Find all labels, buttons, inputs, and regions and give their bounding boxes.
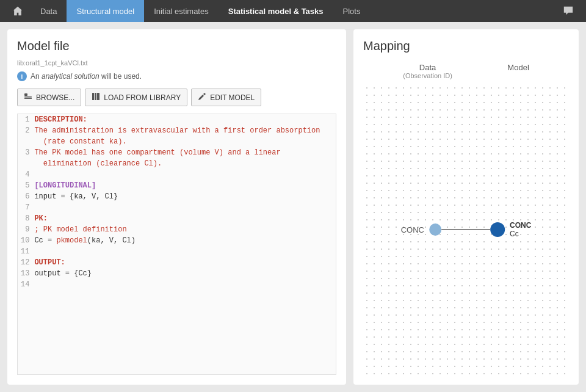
mapping-data-label: CONC — [401, 225, 424, 234]
code-line-1: 1 DESCRIPTION: — [18, 114, 336, 125]
library-icon — [92, 92, 100, 103]
code-editor[interactable]: 1 DESCRIPTION: 2 The administration is e… — [17, 114, 336, 375]
svg-rect-2 — [24, 98, 32, 100]
model-column-header: Model — [507, 63, 529, 79]
svg-rect-5 — [97, 93, 99, 100]
button-row: BROWSE... LOAD FROM LIBRARY EDIT MODEL — [17, 89, 336, 106]
mapping-connector[interactable]: CONC CONC Cc — [401, 221, 532, 238]
code-line-14: 14 — [18, 279, 336, 290]
topnav: Data Structural model Initial estimates … — [0, 0, 586, 22]
mapping-headers: Data (Observation ID) Model — [363, 63, 569, 79]
mapping-model-label: CONC Cc — [510, 221, 531, 238]
data-column-header: Data (Observation ID) — [403, 63, 452, 79]
svg-rect-4 — [95, 93, 96, 100]
code-line-10: 10 Cc = pkmodel(ka, V, Cl) — [18, 235, 336, 246]
home-button[interactable] — [5, 0, 31, 22]
code-line-13: 13 output = {Cc} — [18, 268, 336, 279]
code-line-3b: elimination (clearance Cl). — [18, 158, 336, 169]
tab-structural-model[interactable]: Structural model — [67, 0, 144, 22]
main-content: Model file lib:oral1_1cpt_kaVCl.txt i An… — [0, 22, 586, 392]
code-line-12: 12 OUTPUT: — [18, 257, 336, 268]
mapping-title: Mapping — [363, 39, 569, 53]
tab-plots[interactable]: Plots — [333, 0, 371, 22]
edit-icon — [198, 92, 206, 103]
info-bar: i An analytical solution will be used. — [17, 71, 336, 81]
info-text: An analytical solution will be used. — [31, 72, 142, 81]
code-line-7: 7 — [18, 202, 336, 213]
model-file-panel: Model file lib:oral1_1cpt_kaVCl.txt i An… — [7, 29, 346, 385]
tab-data[interactable]: Data — [31, 0, 67, 22]
tab-statistical-model-tasks[interactable]: Statistical model & Tasks — [219, 0, 333, 22]
info-icon: i — [17, 71, 27, 81]
chat-button[interactable] — [555, 0, 581, 22]
code-line-3: 3 The PK model has one compartment (volu… — [18, 147, 336, 158]
code-line-5: 5 [LONGITUDINAL] — [18, 180, 336, 191]
mapping-line — [441, 229, 490, 230]
code-line-2b: (rate constant ka). — [18, 136, 336, 147]
svg-rect-1 — [24, 96, 32, 98]
svg-rect-0 — [24, 93, 27, 96]
browse-icon — [24, 92, 32, 103]
browse-button[interactable]: BROWSE... — [17, 89, 81, 106]
mapping-dot-left[interactable] — [429, 223, 441, 236]
edit-model-button[interactable]: EDIT MODEL — [191, 89, 261, 106]
svg-rect-3 — [92, 93, 94, 100]
code-line-8: 8 PK: — [18, 213, 336, 224]
panel-title: Model file — [17, 39, 336, 53]
code-line-2: 2 The administration is extravascular wi… — [18, 125, 336, 136]
tab-initial-estimates[interactable]: Initial estimates — [144, 0, 219, 22]
mapping-dot-right[interactable] — [490, 222, 505, 237]
mapping-area: CONC CONC Cc — [363, 84, 569, 375]
load-from-library-button[interactable]: LOAD FROM LIBRARY — [85, 89, 187, 106]
code-line-4: 4 — [18, 169, 336, 180]
file-path: lib:oral1_1cpt_kaVCl.txt — [17, 59, 336, 67]
code-line-9: 9 ; PK model definition — [18, 224, 336, 235]
code-line-11: 11 — [18, 246, 336, 257]
mapping-panel: Mapping Data (Observation ID) Model CONC… — [353, 29, 579, 385]
code-line-6: 6 input = {ka, V, Cl} — [18, 191, 336, 202]
